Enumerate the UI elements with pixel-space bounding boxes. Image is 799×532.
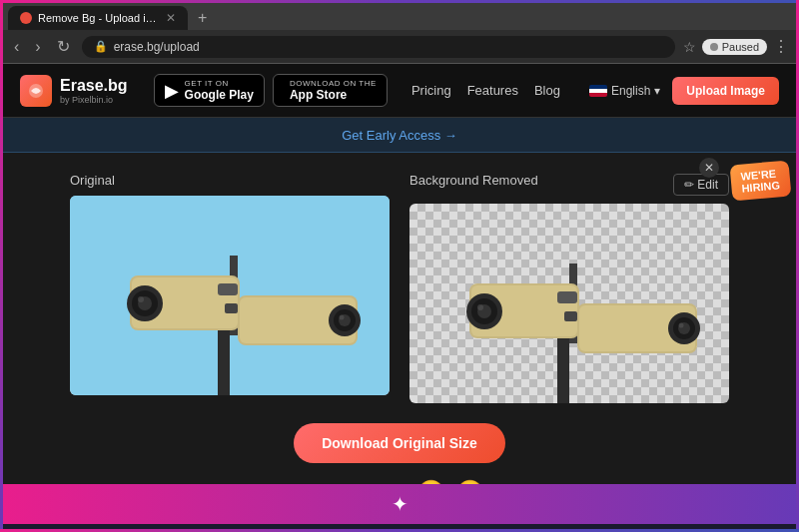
early-access-link[interactable]: Get Early Access → [342,128,457,143]
early-access-banner: Get Early Access → [0,118,799,153]
logo-icon [20,75,52,107]
google-play-icon: ▶ [165,80,179,102]
app-store-small: Download on the [290,79,377,88]
active-tab[interactable]: Remove Bg - Upload images to... ✕ [8,6,188,30]
logo-text-area: Erase.bg by Pixelbin.io [60,77,128,105]
nav-blog[interactable]: Blog [534,83,560,98]
bg-removed-label: Background Removed [409,173,538,188]
tab-title: Remove Bg - Upload images to... [38,12,160,24]
browser-menu-icon[interactable]: ⋮ [773,37,789,56]
google-play-big: Google Play [185,88,254,102]
tab-bar: Remove Bg - Upload images to... ✕ + [0,0,799,30]
lang-label: English [611,84,650,98]
svg-rect-17 [225,303,238,313]
original-panel: Original [70,173,390,403]
bottom-bar: ✦ [0,484,799,524]
store-badges: ▶ GET IT ON Google Play Download on the … [154,74,388,107]
app-store-badge[interactable]: Download on the App Store [273,74,388,107]
tab-close-btn[interactable]: ✕ [166,11,176,25]
google-play-small: GET IT ON [185,79,254,88]
svg-point-9 [138,296,144,302]
hiring-text: WE'REHIRING [740,168,780,195]
paused-badge: Paused [702,39,767,55]
original-image-container [70,196,390,395]
logo-sub-text: by Pixelbin.io [60,95,128,105]
nav-right: English ▾ Upload Image [589,77,779,105]
app-store-big: App Store [290,88,377,102]
address-right-controls: ☆ Paused ⋮ [683,37,789,56]
logo-main-text: Erase.bg [60,77,128,95]
original-label: Original [70,173,390,188]
browser-chrome: Remove Bg - Upload images to... ✕ + ‹ › … [0,0,799,64]
google-play-text: GET IT ON Google Play [185,79,254,102]
svg-point-15 [340,315,345,320]
svg-point-25 [477,304,483,310]
nav-pricing[interactable]: Pricing [411,83,451,98]
address-bar-row: ‹ › ↻ 🔒 erase.bg/upload ☆ Paused ⋮ [0,30,799,63]
url-text: erase.bg/upload [114,40,200,54]
svg-rect-32 [557,291,577,303]
tab-favicon [20,12,32,24]
bg-removed-panel: Background Removed ✏ Edit [409,173,729,403]
paused-dot [710,43,718,51]
flag-icon [589,85,607,97]
app-store-text: Download on the App Store [290,79,377,102]
chevron-down-icon: ▾ [654,84,660,98]
new-tab-button[interactable]: + [192,9,213,27]
svg-rect-33 [564,311,577,321]
bookmark-icon[interactable]: ☆ [683,39,696,55]
main-content: ✕ WE'REHIRING Original [0,153,799,524]
hiring-badge: WE'REHIRING [729,161,790,202]
google-play-badge[interactable]: ▶ GET IT ON Google Play [154,74,265,107]
forward-button[interactable]: › [31,36,44,58]
lock-icon: 🔒 [94,40,108,53]
navbar: Erase.bg by Pixelbin.io ▶ GET IT ON Goog… [0,64,799,118]
close-hiring-badge-button[interactable]: ✕ [699,158,719,178]
original-image [70,196,390,395]
bg-removed-header: Background Removed ✏ Edit [409,173,729,196]
bottom-bar-icon: ✦ [392,492,408,516]
download-original-size-button[interactable]: Download Original Size [294,423,505,463]
bg-removed-image-container [409,204,729,403]
bg-removed-image [409,204,729,403]
upload-image-button[interactable]: Upload Image [672,77,779,105]
svg-point-31 [679,323,684,328]
language-selector[interactable]: English ▾ [589,84,660,98]
back-button[interactable]: ‹ [10,36,23,58]
svg-rect-16 [218,283,238,295]
images-row: Original [60,173,739,403]
nav-features[interactable]: Features [467,83,518,98]
app-container: Erase.bg by Pixelbin.io ▶ GET IT ON Goog… [0,64,799,524]
nav-links: Pricing Features Blog [411,83,573,98]
edit-button[interactable]: ✏ Edit [673,174,729,196]
logo-area[interactable]: Erase.bg by Pixelbin.io [20,75,128,107]
reload-button[interactable]: ↻ [53,35,74,58]
address-bar[interactable]: 🔒 erase.bg/upload [82,36,675,58]
paused-label: Paused [722,41,759,53]
download-row: Download Original Size [60,423,739,463]
